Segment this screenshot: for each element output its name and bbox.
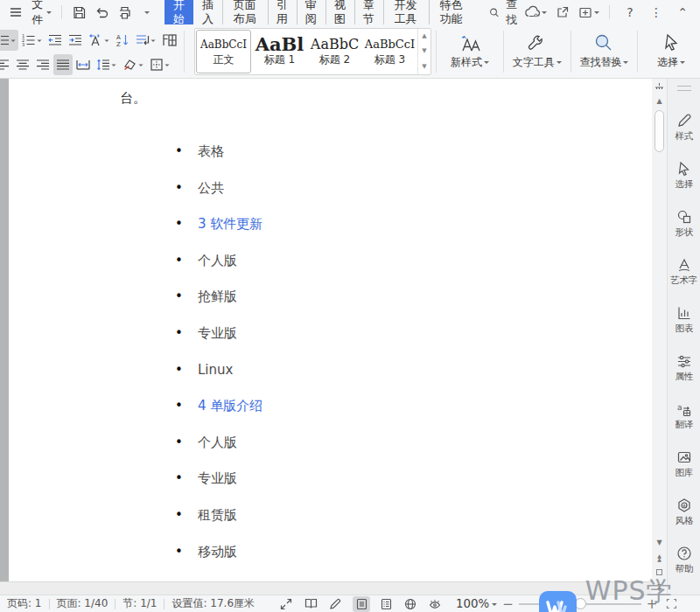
- zoom-out-button[interactable]: −: [502, 596, 514, 612]
- sort-button[interactable]: AZ: [113, 30, 132, 51]
- paragraph-layout-button[interactable]: [133, 30, 158, 51]
- printer-icon: [117, 5, 132, 20]
- previous-page-button[interactable]: ▲▲: [652, 550, 667, 565]
- align-left-button[interactable]: [0, 54, 12, 75]
- zoom-in-button[interactable]: +: [647, 596, 658, 612]
- undo-button[interactable]: [91, 2, 112, 23]
- zoom-slider-track[interactable]: [519, 603, 641, 605]
- scroll-up-button[interactable]: ▲: [652, 94, 667, 108]
- outline-view-button[interactable]: [377, 596, 395, 612]
- gallery-scroll-down-button[interactable]: ▼: [418, 44, 430, 59]
- zoom-level-button[interactable]: 100%: [456, 597, 497, 610]
- collapse-ribbon-button[interactable]: ⌃: [672, 2, 693, 23]
- quick-access-options-button[interactable]: [136, 2, 158, 23]
- chevron-down-icon: [10, 39, 15, 44]
- select-button[interactable]: 选择: [642, 28, 700, 75]
- scroll-down-button[interactable]: ▼: [652, 535, 667, 550]
- sidebar-item-gallery[interactable]: 图库: [668, 440, 700, 488]
- chevron-down-icon: [680, 61, 685, 66]
- justify-button[interactable]: [53, 54, 73, 75]
- gallery-scroll-up-button[interactable]: ▲: [418, 29, 430, 44]
- scrollbar-thumb[interactable]: [654, 110, 664, 152]
- align-center-button[interactable]: [13, 54, 32, 75]
- file-menu-button[interactable]: 文件: [28, 2, 55, 23]
- print-button[interactable]: [114, 2, 135, 23]
- shading-button[interactable]: [120, 54, 146, 75]
- page-gap: [0, 581, 652, 595]
- chevron-down-icon: [623, 61, 628, 66]
- share-button[interactable]: [552, 2, 573, 23]
- page-view-button[interactable]: [353, 596, 370, 612]
- text-frame-button[interactable]: [159, 30, 179, 51]
- ruler-toggle-button[interactable]: [652, 79, 667, 94]
- distribute-text-button[interactable]: [74, 54, 93, 75]
- tool-label: 新样式: [451, 55, 489, 70]
- list-item: 租赁版: [175, 507, 262, 525]
- sidebar-item-select[interactable]: 选择: [668, 151, 700, 199]
- hamburger-menu-icon[interactable]: [5, 2, 26, 23]
- cloud-sync-button[interactable]: [524, 2, 547, 23]
- list-item-link[interactable]: 3 软件更新: [175, 216, 262, 234]
- fit-page-button[interactable]: [662, 596, 680, 612]
- cursor-icon: [676, 161, 692, 177]
- increase-indent-button[interactable]: [66, 30, 85, 51]
- list-item: 专业版: [175, 325, 262, 344]
- style-heading-2[interactable]: AaBbC 标题 2: [307, 29, 362, 74]
- numbered-list-button[interactable]: 123: [19, 30, 45, 51]
- document-page[interactable]: 台。 表格 公共 3 软件更新 个人版 抢鲜版 专业版 Linux 4 单版介绍…: [9, 79, 652, 581]
- translate-icon: a: [676, 401, 692, 417]
- sidebar-drag-handle[interactable]: [677, 86, 691, 91]
- chevron-down-icon: [46, 11, 52, 17]
- style-normal[interactable]: AaBbCcI 正文: [196, 30, 251, 73]
- line-spacing-button[interactable]: [94, 54, 119, 75]
- zoom-level-value: 100%: [456, 597, 489, 610]
- sidebar-item-shapes[interactable]: 形状: [668, 199, 700, 247]
- list-item: Linux: [175, 362, 262, 380]
- list-item: 专业版: [175, 470, 262, 489]
- sidebar-item-chart[interactable]: 图表: [668, 296, 700, 344]
- vertical-scrollbar[interactable]: ▲ ▼ ▲▲ ▼▼: [652, 79, 667, 595]
- style-name: 标题 3: [374, 53, 405, 66]
- quick-access-group: 文件: [0, 2, 158, 23]
- style-heading-1[interactable]: AaBl 标题 1: [252, 29, 307, 74]
- more-options-button[interactable]: ⋮: [646, 2, 667, 23]
- style-gallery-scroll: ▲ ▼ ▼: [417, 29, 430, 74]
- gallery-expand-button[interactable]: ▼: [418, 59, 430, 73]
- tool-label: 文字工具: [513, 55, 562, 70]
- bullet-list-button[interactable]: [0, 30, 18, 51]
- svg-text:a: a: [677, 403, 682, 412]
- chevron-down-icon: [150, 39, 155, 44]
- chevron-down-icon: [556, 61, 562, 66]
- sidebar-item-theme[interactable]: 风格: [668, 488, 700, 536]
- character-scale-button[interactable]: [86, 30, 112, 51]
- web-view-button[interactable]: [402, 596, 419, 612]
- help-button[interactable]: ?: [620, 2, 640, 23]
- new-tab-button[interactable]: [578, 2, 599, 23]
- style-heading-3[interactable]: AaBbCcI 标题 3: [362, 29, 417, 74]
- decrease-indent-button[interactable]: [46, 30, 65, 51]
- list-item: 表格: [175, 143, 262, 162]
- style-preview: AaBbCcI: [365, 36, 415, 53]
- text-tool-button[interactable]: 文字工具: [508, 28, 566, 75]
- write-mode-button[interactable]: [326, 596, 344, 612]
- chevron-down-icon: [104, 39, 108, 44]
- sidebar-item-wordart[interactable]: 艺术字: [668, 247, 700, 296]
- zoom-slider-handle[interactable]: [575, 598, 586, 609]
- read-mode-button[interactable]: [302, 596, 319, 612]
- new-style-button[interactable]: 新样式: [441, 28, 499, 75]
- sidebar-item-translate[interactable]: a 翻译: [668, 392, 700, 440]
- svg-text:Z: Z: [116, 41, 121, 47]
- sidebar-item-help[interactable]: 帮助: [668, 536, 700, 584]
- list-item-link[interactable]: 4 单版介绍: [175, 398, 262, 416]
- sidebar-item-properties[interactable]: 属性: [668, 344, 700, 392]
- undo-icon: [94, 5, 109, 20]
- next-page-button[interactable]: ▼▼: [652, 580, 667, 595]
- select-browse-object-button[interactable]: [652, 565, 667, 580]
- sidebar-item-styles[interactable]: 样式: [668, 103, 700, 151]
- save-button[interactable]: [68, 2, 89, 23]
- eye-protection-button[interactable]: [426, 596, 444, 612]
- fullscreen-button[interactable]: [277, 596, 295, 612]
- align-right-button[interactable]: [33, 54, 52, 75]
- find-replace-button[interactable]: 查找替换: [576, 28, 634, 75]
- borders-button[interactable]: [147, 54, 172, 75]
